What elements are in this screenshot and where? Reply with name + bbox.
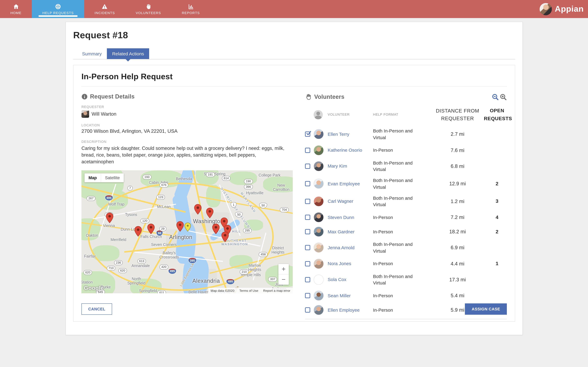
appian-logo: Appian xyxy=(555,4,584,14)
volunteer-avatar xyxy=(314,291,324,301)
volunteers-section: Volunteers xyxy=(305,93,507,319)
user-avatar[interactable] xyxy=(539,3,552,15)
tab-summary[interactable]: Summary xyxy=(77,48,107,59)
volunteer-checkbox[interactable] xyxy=(305,148,310,153)
road-shield: 420 xyxy=(160,264,168,269)
volunteer-avatar xyxy=(314,129,324,139)
column-distance: DISTANCE FROM REQUESTER xyxy=(431,107,484,122)
volunteer-row: Sean Miller In-Person 5.4 mi xyxy=(305,288,507,303)
volunteer-map-pin[interactable] xyxy=(194,204,202,215)
record-tabs: Summary Related Actions xyxy=(73,47,515,59)
volunteer-name[interactable]: Carl Wagner xyxy=(328,199,353,204)
volunteer-name[interactable]: Nora Jones xyxy=(328,261,351,266)
volunteer-distance: 18.2 mi xyxy=(431,229,484,234)
nav-label: HELP REQUESTS xyxy=(42,11,74,15)
volunteer-avatar xyxy=(314,145,324,155)
info-icon xyxy=(81,94,87,100)
volunteer-checkbox[interactable] xyxy=(305,293,310,298)
form-actions: CANCEL ASSIGN CASE xyxy=(81,303,507,315)
volunteer-checkbox[interactable] xyxy=(305,132,310,137)
volunteer-row: Evan Employee Both In-Person and Virtual… xyxy=(305,175,507,192)
volunteer-map-pin[interactable] xyxy=(176,221,184,232)
volunteer-checkbox[interactable] xyxy=(305,229,310,234)
bar-chart-icon xyxy=(188,3,194,10)
volunteer-name[interactable]: Ellen Terry xyxy=(328,132,349,137)
zoom-out-icon[interactable] xyxy=(492,93,499,101)
volunteer-name[interactable]: Steven Dunn xyxy=(328,215,354,220)
road-shield: 123 xyxy=(156,195,165,200)
volunteer-checkbox[interactable] xyxy=(305,164,310,169)
top-nav: HOME HELP REQUESTS INCIDENTS VOLUNTEERS xyxy=(0,0,588,18)
map-zoom-out-button[interactable]: − xyxy=(278,274,289,285)
volunteer-map-pin[interactable] xyxy=(147,224,155,234)
map-zoom-in-button[interactable]: + xyxy=(278,264,289,274)
nav-label: HOME xyxy=(10,11,21,15)
volunteer-avatar xyxy=(314,196,324,206)
road-shield: 7 xyxy=(127,186,133,191)
road-shield: 337 xyxy=(268,277,277,282)
volunteer-checkbox[interactable] xyxy=(305,245,310,250)
description-value: Caring for my sick daughter. Could someo… xyxy=(81,145,287,165)
volunteer-map-pin[interactable] xyxy=(106,213,113,223)
volunteer-checkbox[interactable] xyxy=(305,199,310,204)
volunteer-checkbox[interactable] xyxy=(305,215,310,220)
volunteer-avatar xyxy=(314,275,324,285)
report-map-error-link[interactable]: Report a map error xyxy=(263,289,290,292)
assign-case-button[interactable]: ASSIGN CASE xyxy=(465,303,507,315)
tab-related-actions[interactable]: Related Actions xyxy=(107,48,149,59)
road-shield: 676 xyxy=(160,183,168,187)
nav-item-reports[interactable]: REPORTS xyxy=(172,0,210,18)
volunteer-distance: 6.8 mi xyxy=(431,163,484,169)
nav-label: INCIDENTS xyxy=(95,11,115,15)
volunteer-row: Max Gardner In-Person 18.2 mi 2 xyxy=(305,225,507,239)
nav-item-help-requests[interactable]: HELP REQUESTS xyxy=(32,0,84,18)
road-shield: 395 xyxy=(188,258,197,264)
terms-of-use-link[interactable]: Terms of Use xyxy=(239,289,258,292)
volunteer-checkbox[interactable] xyxy=(305,181,310,186)
volunteer-distance: 6.9 mi xyxy=(431,245,484,251)
zoom-in-icon[interactable] xyxy=(500,93,507,101)
road-shield: 620 xyxy=(83,270,92,275)
cancel-button[interactable]: CANCEL xyxy=(81,303,112,315)
panel-title: In-Person Help Request xyxy=(81,72,507,87)
volunteer-map-pin[interactable] xyxy=(134,226,142,237)
volunteer-open-requests: 4 xyxy=(484,215,510,220)
column-volunteer: VOLUNTEER xyxy=(328,112,373,117)
volunteer-name[interactable]: Evan Employee xyxy=(328,181,360,186)
volunteer-name[interactable]: Sola Cox xyxy=(328,277,346,282)
volunteer-checkbox[interactable] xyxy=(305,277,310,282)
map[interactable]: Silver SpringBethesdaCollege ParkNew Car… xyxy=(81,170,293,293)
description-label: DESCRIPTION xyxy=(81,140,293,143)
volunteer-distance: 4.4 mi xyxy=(431,261,484,267)
road-shield: 611 xyxy=(157,290,166,293)
volunteer-name[interactable]: Max Gardner xyxy=(328,229,355,234)
volunteer-avatar xyxy=(314,179,324,189)
help-request-panel: In-Person Help Request Request Details R… xyxy=(73,65,515,322)
volunteer-name[interactable]: Jenna Arnold xyxy=(328,245,355,250)
volunteer-rows: Ellen Terry Both In-Person and Virtual 2… xyxy=(305,125,507,319)
volunteer-name[interactable]: Katherine Osorio xyxy=(328,147,362,153)
record-card: Request #18 Summary Related Actions In-P… xyxy=(66,22,523,335)
nav-item-volunteers[interactable]: VOLUNTEERS xyxy=(125,0,171,18)
volunteer-name[interactable]: Mary Kim xyxy=(328,163,347,169)
volunteer-avatar xyxy=(314,243,324,253)
map-button[interactable]: Map xyxy=(85,173,101,182)
volunteer-avatar xyxy=(314,259,324,269)
volunteer-format: In-Person xyxy=(373,228,431,235)
volunteer-map-pin[interactable] xyxy=(206,208,214,218)
volunteer-format: Both In-Person and Virtual xyxy=(373,177,431,190)
requester-map-pin[interactable] xyxy=(184,222,191,232)
nav-item-home[interactable]: HOME xyxy=(0,0,32,18)
volunteer-format: Both In-Person and Virtual xyxy=(373,195,431,208)
volunteer-map-pin[interactable] xyxy=(221,232,229,242)
nav-label: REPORTS xyxy=(182,11,200,15)
volunteer-checkbox[interactable] xyxy=(305,261,310,266)
requester-name: Will Warton xyxy=(92,111,116,117)
road-shield: 495 xyxy=(226,279,234,284)
volunteer-row: Mary Kim Both In-Person and Virtual 6.8 … xyxy=(305,157,507,175)
satellite-button[interactable]: Satellite xyxy=(101,173,124,182)
volunteer-name[interactable]: Sean Miller xyxy=(328,293,351,298)
nav-item-incidents[interactable]: INCIDENTS xyxy=(84,0,125,18)
volunteer-map-pin[interactable] xyxy=(212,224,220,234)
warning-icon xyxy=(102,3,108,10)
